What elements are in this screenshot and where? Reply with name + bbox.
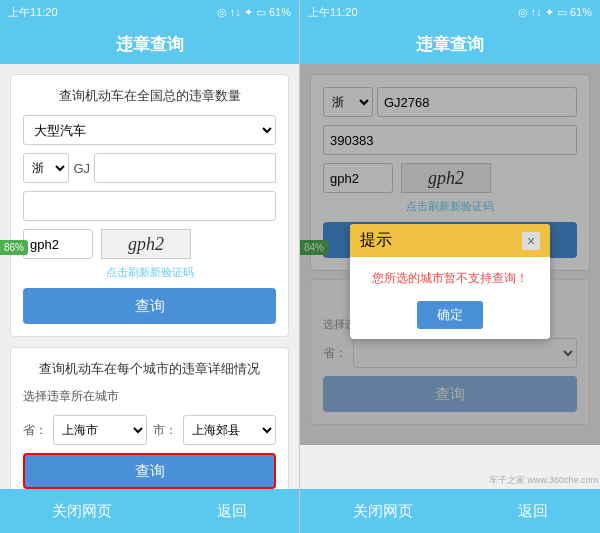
- right-title: 违章查询: [416, 33, 484, 56]
- left-section2-title: 查询机动车在每个城市的违章详细情况: [23, 360, 276, 378]
- left-section2: 查询机动车在每个城市的违章详细情况 选择违章所在城市 省： 上海市 市： 上海郊…: [10, 347, 289, 489]
- province-label: 省：: [23, 422, 47, 439]
- query-btn-left-top[interactable]: 查询: [23, 288, 276, 324]
- engine-input[interactable]: [23, 191, 276, 221]
- modal-ok-btn[interactable]: 确定: [417, 301, 483, 329]
- province-select-left[interactable]: 浙: [23, 153, 69, 183]
- left-section1-title: 查询机动车在全国总的违章数量: [23, 87, 276, 105]
- left-content-area: 查询机动车在全国总的违章数量 大型汽车 浙 GJ gph2 点击刷新: [0, 64, 299, 489]
- city-select-section2[interactable]: 上海郊县: [183, 415, 277, 445]
- captcha-row: gph2: [23, 229, 276, 259]
- modal-footer: 确定: [350, 295, 550, 339]
- right-title-bar: 违章查询: [300, 24, 600, 64]
- left-status-icons: ◎ ↑↓ ✦ ▭ 61%: [217, 6, 291, 19]
- modal-header: 提示 ×: [350, 224, 550, 257]
- left-time: 上午11:20: [8, 5, 58, 20]
- refresh-captcha-left[interactable]: 点击刷新新验证码: [23, 265, 276, 280]
- watermark: 车子之家 www.360che.com: [489, 474, 598, 487]
- vehicle-type-row: 大型汽车: [23, 115, 276, 145]
- left-status-bar: 上午11:20 ◎ ↑↓ ✦ ▭ 61%: [0, 0, 299, 24]
- modal-title: 提示: [360, 230, 392, 251]
- city-label: 市：: [153, 422, 177, 439]
- engine-row: [23, 191, 276, 221]
- modal-message: 您所选的城市暂不支持查询！: [372, 271, 528, 285]
- left-title: 违章查询: [116, 33, 184, 56]
- left-bottom-bar: 关闭网页 返回: [0, 489, 299, 533]
- plate-number-input[interactable]: [94, 153, 276, 183]
- modal-close-btn[interactable]: ×: [522, 232, 540, 250]
- modal-overlay: 提示 × 您所选的城市暂不支持查询！ 确定: [300, 64, 600, 445]
- plate-prefix-label: GJ: [73, 161, 90, 176]
- captcha-input-left[interactable]: [23, 229, 93, 259]
- close-webpage-btn-left[interactable]: 关闭网页: [52, 502, 112, 521]
- right-time: 上午11:20: [308, 5, 358, 20]
- modal-dialog: 提示 × 您所选的城市暂不支持查询！ 确定: [350, 224, 550, 339]
- province-select-section2[interactable]: 上海市: [53, 415, 147, 445]
- left-title-bar: 违章查询: [0, 24, 299, 64]
- left-section1: 查询机动车在全国总的违章数量 大型汽车 浙 GJ gph2 点击刷新: [10, 74, 289, 337]
- left-phone-panel: 上午11:20 ◎ ↑↓ ✦ ▭ 61% 违章查询 86% 查询机动车在全国总的…: [0, 0, 300, 533]
- plate-row: 浙 GJ: [23, 153, 276, 183]
- modal-body: 您所选的城市暂不支持查询！: [350, 257, 550, 295]
- right-phone-panel: 上午11:20 ◎ ↑↓ ✦ ▭ 61% 违章查询 84% 浙 gph2 点击刷…: [300, 0, 600, 533]
- query-btn-left-bottom[interactable]: 查询: [23, 453, 276, 489]
- captcha-image-left[interactable]: gph2: [101, 229, 191, 259]
- back-btn-right[interactable]: 返回: [518, 502, 548, 521]
- city-select-label: 选择违章所在城市: [23, 388, 276, 405]
- province-city-row: 省： 上海市 市： 上海郊县: [23, 415, 276, 445]
- right-content-area: 浙 gph2 点击刷新新验证码 查询 查询机动车在每个城市的违章详细情况 选择违…: [300, 64, 600, 489]
- vehicle-type-select[interactable]: 大型汽车: [23, 115, 276, 145]
- back-btn-left[interactable]: 返回: [217, 502, 247, 521]
- right-bottom-bar: 关闭网页 返回: [300, 489, 600, 533]
- close-webpage-btn-right[interactable]: 关闭网页: [353, 502, 413, 521]
- right-status-bar: 上午11:20 ◎ ↑↓ ✦ ▭ 61%: [300, 0, 600, 24]
- right-status-icons: ◎ ↑↓ ✦ ▭ 61%: [518, 6, 592, 19]
- left-progress-badge: 86%: [0, 240, 28, 255]
